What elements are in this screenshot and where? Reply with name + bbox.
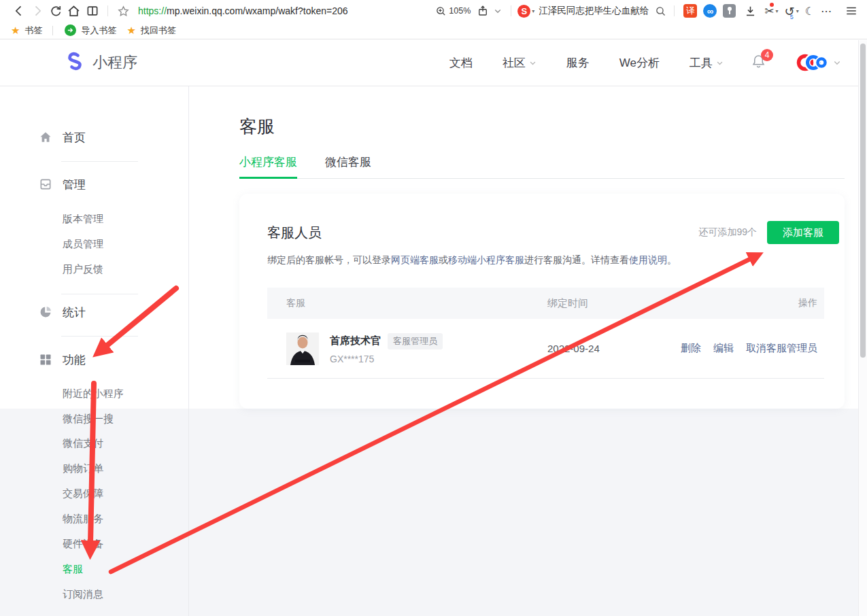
search-engine-icon[interactable]: S [517,5,530,18]
zoom-level[interactable]: 105% [449,6,471,16]
search-engine-caret-icon[interactable]: ▾ [532,8,534,14]
sidebar-item-wechat-pay[interactable]: 微信支付 [63,437,103,451]
toolbar-separator [674,5,675,16]
sidebar-item-user-feedback[interactable]: 用户反馈 [63,263,103,277]
account-avatar[interactable] [795,50,841,75]
sidebar-divider [61,161,138,162]
app-title[interactable]: 小程序 [92,52,137,73]
sidebar-item-member-manage[interactable]: 成员管理 [63,238,103,252]
import-bookmarks-icon [65,24,76,36]
reading-list-icon[interactable] [83,2,101,20]
menu-hamburger-icon[interactable] [843,2,860,20]
share-icon[interactable] [475,2,491,20]
miniprogram-logo-icon[interactable] [65,51,85,74]
panel-description: 绑定后的客服帐号，可以登录网页端客服或移动端小程序客服进行客服沟通。详情查看使用… [267,254,817,267]
home-icon[interactable] [65,2,83,20]
bookmark-item[interactable]: 书签 [24,24,42,37]
inbox-icon [39,177,52,191]
bookmarks-separator [52,26,53,35]
infinity-extension-icon[interactable]: ∞ [703,4,717,18]
tab-miniprogram-cs[interactable]: 小程序客服 [239,154,297,178]
chevron-down-icon[interactable] [491,2,505,20]
cs-role-badge: 客服管理员 [388,333,443,349]
sidebar-item-logistics[interactable]: 物流服务 [63,513,103,526]
browser-toolbar: https://mp.weixin.qq.com/wxamp/wakf?toke… [0,0,867,22]
screenshot-scissors-icon[interactable]: ✂ ▾ [764,4,778,18]
bind-time-value: 2022-09-24 [547,343,668,354]
sidebar-item-nearby-miniprogram[interactable]: 附近的小程序 [63,388,124,401]
cancel-admin-link[interactable]: 取消客服管理员 [746,342,817,355]
pie-chart-icon [39,305,52,319]
page-title: 客服 [239,86,845,138]
more-menu-icon[interactable]: ⋯ [821,5,832,18]
address-bar[interactable]: https://mp.weixin.qq.com/wxamp/wakf?toke… [138,5,434,16]
sidebar: 首页 管理 版本管理 成员管理 用户反馈 统计 功能 附近的小程序 微信搜一搜 … [0,86,189,616]
workspace: 首页 管理 版本管理 成员管理 用户反馈 统计 功能 附近的小程序 微信搜一搜 … [0,86,867,616]
history-restore-icon[interactable]: ↺ 5 ▾ [785,4,799,18]
forward-icon[interactable] [28,2,46,20]
zoom-icon[interactable] [434,2,447,20]
cs-staff-panel: 客服人员 还可添加99个 添加客服 绑定后的客服帐号，可以登录网页端客服或移动端… [239,194,845,409]
nav-services[interactable]: 服务 [566,55,590,71]
history-count: 5 [790,14,794,20]
col-bind-time: 绑定时间 [547,297,668,310]
cs-table: 客服 绑定时间 操作 [267,288,824,379]
sidebar-item-hardware[interactable]: 硬件设备 [63,538,103,551]
notification-dot [770,3,774,7]
sidebar-item-stats[interactable]: 统计 [39,304,86,320]
delete-link[interactable]: 删除 [681,342,701,355]
back-icon[interactable] [10,2,28,20]
sidebar-item-customer-service[interactable]: 客服 [63,563,83,577]
sidebar-item-trade-guarantee[interactable]: 交易保障 [63,487,103,501]
sidebar-item-shopping-orders[interactable]: 购物订单 [63,462,103,476]
cs-avatar [286,332,319,365]
sidebar-divider [61,294,138,294]
cs-account-id: GX****175 [330,354,443,364]
url-rest: mp.weixin.qq.com/wxamp/wakf?token=206 [167,5,348,16]
web-cs-link[interactable]: 网页端客服 [391,254,439,265]
table-row: 首席技术官 客服管理员 GX****175 2022-09-24 删除 编辑 取… [267,319,824,379]
cs-name: 首席技术官 [330,335,381,347]
tab-wechat-cs[interactable]: 微信客服 [325,154,371,178]
search-hotword[interactable]: 江泽民同志把毕生心血献给 [539,5,649,17]
reload-icon[interactable] [46,2,65,20]
night-mode-icon[interactable]: ☾ [805,5,815,18]
nav-tools[interactable]: 工具 [690,55,724,71]
panel-header: 客服人员 还可添加99个 添加客服 [267,194,839,244]
sidebar-item-manage[interactable]: 管理 [39,176,86,192]
star-icon: ★ [11,24,20,37]
top-nav: 文档 社区 服务 We分析 工具 4 [420,50,841,75]
col-actions: 操作 [668,297,817,309]
nav-we-analytics[interactable]: We分析 [619,55,660,71]
star-icon: ★ [126,24,135,37]
sidebar-item-features[interactable]: 功能 [39,352,86,368]
bookmark-star-icon[interactable] [114,2,133,20]
edit-link[interactable]: 编辑 [713,342,734,355]
notifications-bell-icon[interactable]: 4 [751,54,766,72]
nav-community[interactable]: 社区 [503,55,537,71]
download-icon[interactable] [742,2,758,20]
mobile-cs-link[interactable]: 移动端小程序客服 [448,254,524,265]
bookmark-item[interactable]: 找回书签 [141,24,176,37]
url-scheme: https:// [138,5,167,16]
usage-doc-link[interactable]: 使用说明 [629,254,667,265]
bookmark-item[interactable]: 导入书签 [81,24,116,37]
scrollbar-thumb[interactable] [860,44,866,358]
nav-docs[interactable]: 文档 [449,55,473,71]
translate-extension-icon[interactable]: 译 [683,4,697,18]
main-content: 客服 小程序客服 微信客服 客服人员 还可添加99个 添加客服 绑定后的客服帐号… [190,86,867,409]
sidebar-item-wechat-search[interactable]: 微信搜一搜 [63,413,114,426]
sidebar-item-home[interactable]: 首页 [39,129,86,146]
privacy-extension-icon[interactable] [723,4,736,18]
search-icon[interactable] [653,2,668,20]
sidebar-item-version-manage[interactable]: 版本管理 [63,213,103,226]
add-cs-button[interactable]: 添加客服 [767,221,839,244]
quota-hint: 还可添加99个 [698,226,757,239]
notification-count-badge: 4 [761,49,773,61]
sidebar-item-subscribe-message[interactable]: 订阅消息 [63,588,103,602]
bookmarks-bar: ★ 书签 导入书签 ★ 找回书签 [0,22,867,39]
home-icon [39,131,52,144]
toolbar-separator [511,5,511,16]
scrollbar-track[interactable] [858,40,867,616]
sidebar-divider [61,336,138,337]
